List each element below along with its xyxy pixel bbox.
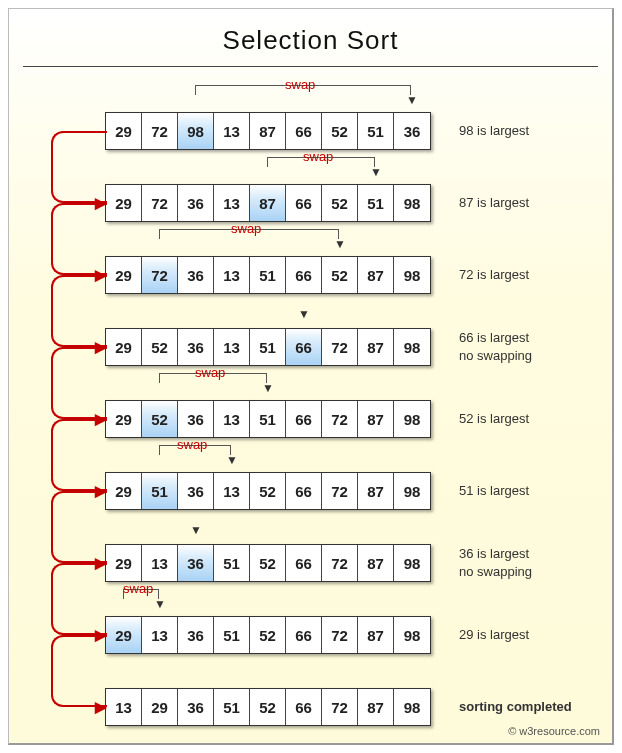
- array-cell: 29: [106, 113, 142, 149]
- array-cell: 51: [250, 329, 286, 365]
- array-cell: 66: [286, 329, 322, 365]
- array-cell: 51: [214, 545, 250, 581]
- array-cell: 72: [322, 329, 358, 365]
- array-cell: 51: [250, 401, 286, 437]
- array-cell: 51: [142, 473, 178, 509]
- array-cell: 66: [286, 185, 322, 221]
- swap-label: swap: [123, 581, 153, 596]
- array: 291336515266728798: [105, 616, 431, 654]
- array-cell: 87: [358, 617, 394, 653]
- array-cell: 29: [142, 689, 178, 725]
- array-cell: 87: [358, 689, 394, 725]
- array-cell: 29: [106, 257, 142, 293]
- array-cell: 52: [250, 473, 286, 509]
- array-cell: 66: [286, 545, 322, 581]
- swap-arrowhead-icon: ▼: [298, 307, 310, 321]
- flow-arrowhead-icon: ▶: [95, 698, 107, 716]
- flow-connector: [51, 131, 107, 203]
- array-cell: 13: [214, 113, 250, 149]
- array-cell: 72: [142, 185, 178, 221]
- flow-connector: [51, 419, 107, 491]
- row-caption: 72 is largest: [459, 266, 529, 284]
- array-cell: 98: [394, 545, 430, 581]
- flow-connector: [51, 203, 107, 275]
- array-cell: 13: [214, 329, 250, 365]
- array-cell: 36: [178, 257, 214, 293]
- array: 295236135166728798: [105, 400, 431, 438]
- array-cell: 66: [286, 257, 322, 293]
- array-cell: 36: [178, 473, 214, 509]
- array-cell: 66: [286, 617, 322, 653]
- swap-label: swap: [285, 77, 315, 92]
- title: Selection Sort: [9, 25, 612, 56]
- array-cell: 52: [250, 617, 286, 653]
- array-cell: 66: [286, 401, 322, 437]
- swap-arrowhead-icon: ▼: [406, 93, 418, 107]
- array-cell: 72: [322, 689, 358, 725]
- array-cell: 51: [214, 689, 250, 725]
- array-cell: 13: [142, 545, 178, 581]
- row-caption: sorting completed: [459, 698, 572, 716]
- flow-connector: [51, 347, 107, 419]
- array-cell: 36: [178, 689, 214, 725]
- diagram-container: Selection Sort swap▼29729813876652513698…: [8, 8, 614, 745]
- array-cell: 51: [358, 113, 394, 149]
- row-caption: 98 is largest: [459, 122, 529, 140]
- array-cell: 72: [142, 257, 178, 293]
- swap-arrowhead-icon: ▼: [154, 597, 166, 611]
- row-caption: 87 is largest: [459, 194, 529, 212]
- array-cell: 52: [250, 689, 286, 725]
- swap-label: swap: [195, 365, 225, 380]
- array-cell: 72: [322, 545, 358, 581]
- array-cell: 13: [214, 257, 250, 293]
- array-cell: 66: [286, 689, 322, 725]
- swap-label: swap: [303, 149, 333, 164]
- title-divider: [23, 66, 598, 67]
- array-cell: 98: [394, 401, 430, 437]
- array-cell: 87: [250, 185, 286, 221]
- array-cell: 98: [394, 473, 430, 509]
- row-caption: 66 is largestno swapping: [459, 329, 532, 364]
- array-cell: 13: [142, 617, 178, 653]
- array-cell: 98: [394, 257, 430, 293]
- array-cell: 52: [322, 185, 358, 221]
- array-cell: 98: [394, 617, 430, 653]
- rows-container: swap▼29729813876652513698 is largestswap…: [9, 95, 612, 743]
- swap-arrowhead-icon: ▼: [370, 165, 382, 179]
- array-cell: 98: [394, 689, 430, 725]
- array-cell: 36: [178, 185, 214, 221]
- array-cell: 87: [250, 113, 286, 149]
- swap-label: swap: [231, 221, 261, 236]
- array-cell: 36: [178, 617, 214, 653]
- array-cell: 98: [178, 113, 214, 149]
- array-cell: 51: [214, 617, 250, 653]
- array-cell: 52: [142, 401, 178, 437]
- array-cell: 87: [358, 401, 394, 437]
- array-cell: 52: [250, 545, 286, 581]
- array: 297236138766525198: [105, 184, 431, 222]
- array-cell: 36: [178, 545, 214, 581]
- array-cell: 98: [394, 185, 430, 221]
- array-cell: 87: [358, 329, 394, 365]
- array: 297298138766525136: [105, 112, 431, 150]
- swap-arrowhead-icon: ▼: [190, 523, 202, 537]
- row-caption: 52 is largest: [459, 410, 529, 428]
- row-caption: 29 is largest: [459, 626, 529, 644]
- array-cell: 29: [106, 545, 142, 581]
- array-cell: 72: [322, 473, 358, 509]
- array-cell: 87: [358, 257, 394, 293]
- array: 295236135166728798: [105, 328, 431, 366]
- array: 291336515266728798: [105, 544, 431, 582]
- array-cell: 29: [106, 617, 142, 653]
- flow-connector: [51, 563, 107, 635]
- array-cell: 51: [358, 185, 394, 221]
- array-cell: 13: [106, 689, 142, 725]
- swap-arrowhead-icon: ▼: [334, 237, 346, 251]
- array: 132936515266728798: [105, 688, 431, 726]
- array-cell: 13: [214, 185, 250, 221]
- row-caption: 36 is largestno swapping: [459, 545, 532, 580]
- array: 297236135166528798: [105, 256, 431, 294]
- array-cell: 29: [106, 401, 142, 437]
- array-cell: 29: [106, 185, 142, 221]
- array-cell: 36: [178, 401, 214, 437]
